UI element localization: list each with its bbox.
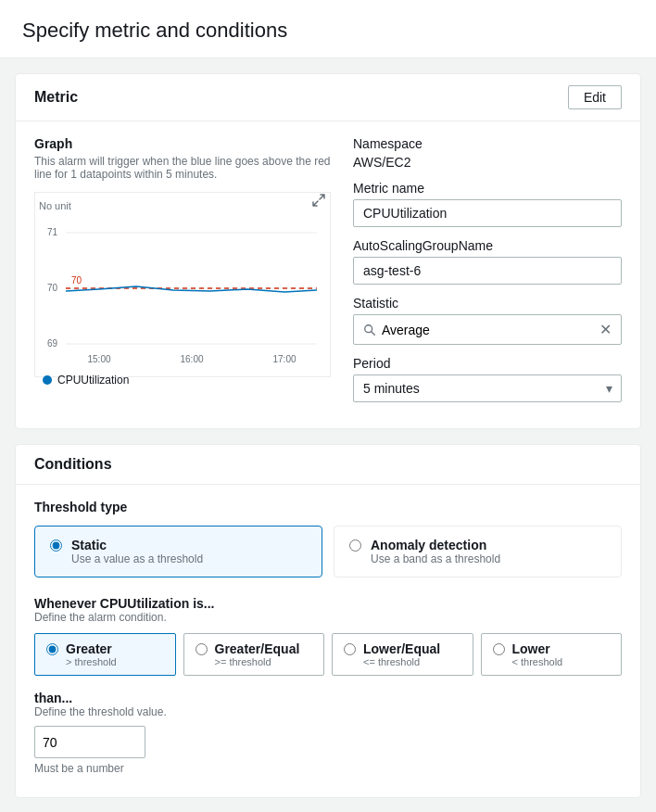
metric-name-input[interactable] — [353, 199, 622, 227]
metric-section-title: Metric — [34, 89, 78, 106]
graph-label: Graph — [34, 136, 331, 151]
lower-equal-desc: <= threshold — [363, 656, 440, 667]
page-title: Specify metric and conditions — [22, 19, 634, 43]
threshold-input-wrapper: ▲ ▼ — [34, 726, 145, 758]
threshold-option-anomaly[interactable]: Anomaly detection Use a band as a thresh… — [334, 526, 622, 577]
greater-equal-desc: >= threshold — [215, 656, 300, 667]
greater-radio[interactable] — [46, 643, 58, 655]
svg-text:17:00: 17:00 — [272, 354, 296, 364]
period-label: Period — [353, 356, 622, 371]
static-option-desc: Use a value as a threshold — [71, 552, 203, 565]
must-be-number: Must be a number — [34, 762, 622, 775]
conditions-section-header: Conditions — [16, 445, 640, 485]
static-option-title: Static — [71, 538, 203, 552]
metric-card: Metric Edit Graph This alarm will trigge… — [15, 73, 641, 429]
anomaly-option-desc: Use a band as a threshold — [371, 552, 500, 565]
legend-label: CPUUtilization — [57, 374, 129, 387]
svg-text:16:00: 16:00 — [180, 354, 203, 364]
y-axis-no-unit: No unit — [39, 200, 71, 211]
condition-option-greater-equal[interactable]: Greater/Equal >= threshold — [183, 633, 325, 676]
graph-svg: 71 70 69 70 15:00 16:00 — [35, 219, 330, 367]
lower-equal-label: Lower/Equal — [363, 641, 440, 656]
expand-icon[interactable] — [311, 193, 330, 211]
asg-label: AutoScalingGroupName — [353, 238, 622, 253]
condition-option-lower-equal[interactable]: Lower/Equal <= threshold — [332, 633, 473, 676]
clear-icon[interactable]: ✕ — [599, 321, 612, 338]
condition-option-greater[interactable]: Greater > threshold — [34, 633, 176, 676]
graph-subtitle: This alarm will trigger when the blue li… — [34, 155, 331, 181]
metric-section-header: Metric Edit — [16, 74, 640, 121]
threshold-option-static[interactable]: Static Use a value as a threshold — [34, 526, 322, 577]
lower-radio[interactable] — [493, 643, 505, 655]
statistic-input-wrapper[interactable]: ✕ — [353, 314, 622, 345]
period-select[interactable]: 5 minutes 1 minute 10 minutes 15 minutes… — [353, 374, 622, 402]
lower-desc: < threshold — [512, 656, 563, 667]
namespace-value: AWS/EC2 — [353, 155, 622, 170]
conditions-card: Conditions Threshold type Static Use a v… — [15, 444, 641, 798]
static-radio[interactable] — [50, 539, 62, 552]
namespace-label: Namespace — [353, 136, 622, 151]
conditions-section-title: Conditions — [34, 456, 112, 473]
whenever-title: Whenever CPUUtilization is... — [34, 596, 622, 611]
svg-text:70: 70 — [47, 283, 58, 293]
greater-equal-label: Greater/Equal — [215, 641, 300, 656]
condition-option-lower[interactable]: Lower < threshold — [481, 633, 623, 676]
legend-dot — [43, 375, 52, 385]
lower-label: Lower — [512, 641, 563, 656]
anomaly-radio[interactable] — [349, 539, 361, 552]
than-subtitle: Define the threshold value. — [34, 705, 622, 718]
lower-equal-radio[interactable] — [344, 643, 356, 655]
greater-label: Greater — [66, 641, 117, 656]
anomaly-option-title: Anomaly detection — [371, 538, 500, 552]
svg-text:69: 69 — [47, 338, 58, 349]
whenever-subtitle: Define the alarm condition. — [34, 611, 622, 624]
than-title: than... — [34, 691, 622, 705]
threshold-value-input[interactable] — [35, 730, 145, 755]
threshold-type-group: Threshold type Static Use a value as a t… — [34, 500, 622, 577]
metric-form: Namespace AWS/EC2 Metric name AutoScalin… — [353, 136, 622, 413]
threshold-type-label: Threshold type — [34, 500, 622, 514]
svg-line-12 — [372, 331, 375, 335]
greater-equal-radio[interactable] — [196, 643, 208, 655]
svg-text:70: 70 — [71, 275, 82, 285]
svg-text:71: 71 — [47, 227, 58, 237]
statistic-label: Statistic — [353, 296, 622, 311]
edit-button[interactable]: Edit — [568, 85, 622, 109]
asg-input[interactable] — [353, 257, 622, 285]
metric-name-label: Metric name — [353, 181, 622, 196]
graph-container: Graph This alarm will trigger when the b… — [34, 136, 331, 413]
than-section: than... Define the threshold value. ▲ ▼ … — [34, 691, 622, 775]
page-header: Specify metric and conditions — [0, 0, 656, 58]
greater-desc: > threshold — [66, 656, 117, 667]
statistic-text-input[interactable] — [382, 323, 599, 337]
whenever-section: Whenever CPUUtilization is... Define the… — [34, 596, 622, 676]
svg-text:15:00: 15:00 — [87, 354, 110, 364]
search-icon — [363, 324, 376, 336]
